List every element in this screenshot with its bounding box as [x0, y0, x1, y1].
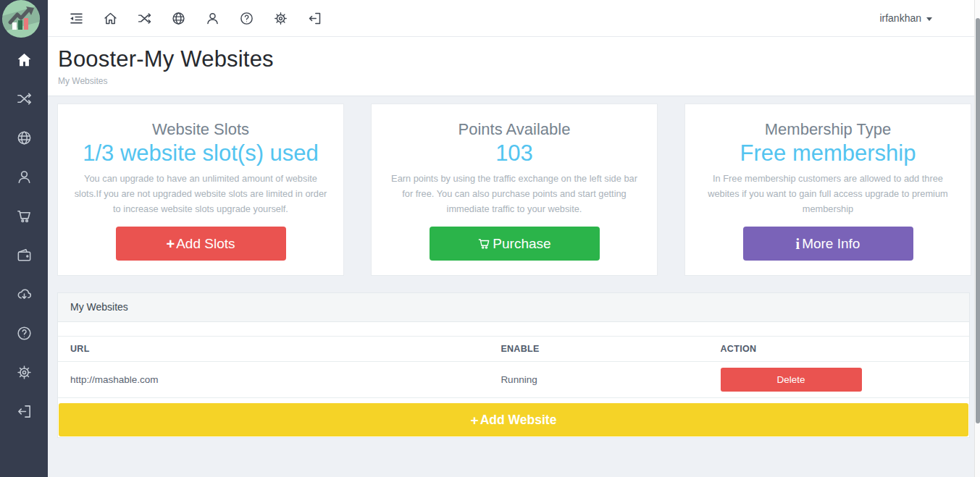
table-row: http://mashable.com Running Delete: [58, 362, 969, 398]
globe-icon: [171, 11, 186, 26]
sidebar-toggle-button[interactable]: [59, 0, 93, 36]
column-enable: ENABLE: [501, 337, 720, 362]
home-icon: [103, 11, 118, 26]
card-website-slots: Website Slots 1/3 website slot(s) used Y…: [57, 104, 344, 276]
sidebar-item-cart[interactable]: [0, 196, 48, 235]
purchase-button[interactable]: Purchase: [430, 227, 600, 261]
add-website-button[interactable]: + Add Website: [59, 403, 968, 436]
panel-title: My Websites: [58, 293, 969, 322]
sidebar-item-cloud-download[interactable]: [0, 274, 48, 313]
username: irfankhan: [879, 12, 921, 24]
breadcrumb: My Websites: [58, 76, 974, 86]
card-description: Earn points by using the traffic exchang…: [386, 171, 642, 216]
help-icon: [16, 325, 33, 342]
app-window: irfankhan Booster-My Websites My Website…: [0, 0, 980, 477]
my-websites-panel: My Websites URL ENABLE ACTION ht: [57, 292, 970, 438]
cart-icon: [477, 237, 491, 250]
card-points-available: Points Available 103 Earn points by usin…: [371, 104, 658, 276]
sidebar-item-shuffle[interactable]: [0, 79, 48, 118]
add-slots-label: Add Slots: [176, 236, 235, 252]
card-title: Website Slots: [72, 120, 329, 139]
sidebar-item-logout[interactable]: [0, 392, 48, 431]
topbar-help-button[interactable]: [230, 0, 264, 36]
shuffle-icon: [16, 90, 33, 107]
website-status: Running: [501, 362, 720, 398]
sidebar-nav: [0, 37, 48, 431]
add-slots-button[interactable]: + Add Slots: [116, 227, 286, 261]
table-header-row: URL ENABLE ACTION: [58, 337, 969, 362]
gear-icon: [16, 364, 33, 381]
content: Website Slots 1/3 website slot(s) used Y…: [48, 96, 974, 438]
plus-icon: +: [166, 237, 175, 251]
purchase-label: Purchase: [493, 236, 550, 252]
card-membership-type: Membership Type Free membership In Free …: [684, 104, 971, 276]
app-logo[interactable]: [0, 0, 48, 37]
topbar-shuffle-button[interactable]: [127, 0, 162, 36]
cloud-download-icon: [16, 286, 33, 303]
card-title: Points Available: [386, 120, 642, 139]
gear-icon: [273, 11, 288, 26]
panel-body: URL ENABLE ACTION http://mashable.com Ru…: [58, 322, 969, 436]
wallet-icon: [16, 247, 33, 263]
column-action: ACTION: [721, 337, 969, 362]
scrollbar-track[interactable]: [974, 0, 980, 477]
more-info-label: More Info: [802, 236, 860, 252]
user-icon: [205, 11, 220, 26]
help-icon: [239, 11, 254, 26]
card-value: 1/3 website slot(s) used: [72, 140, 329, 166]
website-url: http://mashable.com: [58, 362, 501, 398]
delete-button[interactable]: Delete: [721, 368, 862, 392]
scrollbar-thumb[interactable]: [976, 18, 980, 423]
caret-down-icon: [926, 17, 932, 21]
user-icon: [16, 169, 33, 185]
card-value: Free membership: [700, 140, 956, 166]
globe-icon: [16, 130, 33, 146]
sidebar-item-globe[interactable]: [0, 118, 48, 157]
sidebar-item-user[interactable]: [0, 157, 48, 196]
main-area: irfankhan Booster-My Websites My Website…: [48, 0, 974, 477]
logout-icon: [307, 11, 322, 26]
topbar-home-button[interactable]: [93, 0, 127, 36]
sidebar-item-settings[interactable]: [0, 353, 48, 392]
sidebar: [0, 0, 48, 477]
card-value: 103: [386, 140, 642, 166]
sidebar-item-home[interactable]: [0, 40, 48, 79]
topbar-globe-button[interactable]: [162, 0, 196, 36]
cart-icon: [16, 208, 33, 224]
topbar-logout-button[interactable]: [298, 0, 332, 36]
more-info-button[interactable]: i More Info: [743, 227, 913, 261]
sidebar-item-help[interactable]: [0, 313, 48, 353]
add-website-label: Add Website: [480, 413, 557, 428]
user-menu[interactable]: irfankhan: [879, 12, 932, 24]
sidebar-item-wallet[interactable]: [0, 235, 48, 274]
plus-icon: +: [471, 413, 479, 427]
logo-icon: [1, 0, 41, 39]
cards-row: Website Slots 1/3 website slot(s) used Y…: [57, 104, 974, 276]
info-icon: i: [796, 237, 800, 251]
topbar: irfankhan: [48, 0, 974, 37]
home-icon: [16, 51, 33, 68]
topbar-settings-button[interactable]: [264, 0, 298, 36]
card-description: You can upgrade to have an unlimited amo…: [72, 171, 329, 216]
outdent-icon: [69, 11, 84, 26]
page-head: Booster-My Websites My Websites: [48, 37, 974, 96]
logout-icon: [16, 403, 33, 420]
topbar-user-button[interactable]: [196, 0, 230, 36]
shuffle-icon: [137, 11, 152, 26]
topbar-icons: [59, 0, 332, 36]
column-url: URL: [58, 337, 501, 362]
page-title: Booster-My Websites: [58, 46, 974, 72]
card-title: Membership Type: [700, 120, 956, 139]
websites-table: URL ENABLE ACTION http://mashable.com Ru…: [58, 336, 969, 398]
card-description: In Free membership customers are allowed…: [700, 171, 956, 216]
